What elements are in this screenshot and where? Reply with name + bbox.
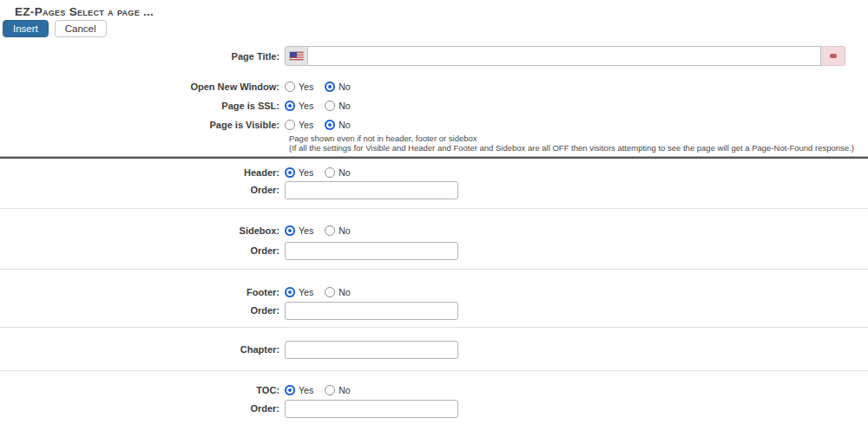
radio-yes-label: Yes: [299, 101, 313, 111]
section-divider: [0, 208, 868, 209]
us-flag-icon: [289, 51, 304, 61]
radio-no-label: No: [339, 82, 350, 92]
cancel-button[interactable]: Cancel: [55, 20, 107, 37]
toc-order-row: Order:: [0, 399, 868, 418]
page-is-ssl-label: Page is SSL:: [0, 101, 285, 111]
page-visible-help-text: Page shown even if not in header, footer…: [289, 134, 854, 153]
page-is-ssl-row: Page is SSL: Yes No: [0, 99, 868, 112]
order-label: Order:: [0, 403, 285, 414]
radio-no[interactable]: [325, 82, 335, 92]
footer-row: Footer: Yes No: [0, 285, 868, 298]
required-marker-icon: [830, 54, 837, 58]
radio-yes-label: Yes: [299, 385, 313, 395]
page-is-ssl-radio-group: Yes No: [285, 101, 362, 111]
action-buttons: Insert Cancel: [3, 20, 107, 37]
section-divider: [0, 370, 868, 371]
radio-yes-label: Yes: [299, 120, 313, 130]
page-is-visible-radio-group: Yes No: [285, 120, 362, 130]
radio-yes[interactable]: [285, 167, 295, 178]
footer-label: Footer:: [0, 287, 285, 297]
open-new-window-label: Open New Window:: [0, 82, 285, 92]
header-order-input[interactable]: [285, 181, 458, 199]
radio-yes-label: Yes: [299, 82, 313, 92]
radio-no[interactable]: [325, 287, 335, 297]
radio-no[interactable]: [325, 225, 335, 236]
radio-no[interactable]: [325, 167, 335, 178]
sidebox-label: Sidebox:: [0, 225, 285, 236]
toc-row: TOC: Yes No: [0, 383, 868, 396]
radio-no[interactable]: [325, 101, 335, 111]
radio-yes[interactable]: [285, 101, 295, 111]
section-divider: [0, 269, 868, 270]
page-title-label: Page Title:: [0, 51, 285, 62]
header-order-row: Order:: [0, 180, 868, 199]
radio-no-label: No: [339, 101, 350, 111]
help-line-2: (If all the settings for Visible and Hea…: [289, 143, 854, 153]
sidebox-order-input[interactable]: [285, 242, 458, 260]
sidebox-radio-group: Yes No: [285, 225, 362, 236]
chapter-input[interactable]: [285, 341, 458, 359]
page-title: EZ-Pages Select a page ...: [15, 5, 154, 18]
order-label: Order:: [0, 245, 285, 256]
radio-yes[interactable]: [285, 225, 295, 236]
radio-no-label: No: [339, 167, 350, 178]
footer-radio-group: Yes No: [285, 287, 362, 297]
page-title-input-group: [285, 46, 845, 66]
toc-label: TOC:: [0, 385, 285, 395]
radio-no-label: No: [339, 385, 350, 395]
chapter-label: Chapter:: [0, 344, 285, 355]
open-new-window-radio-group: Yes No: [285, 82, 362, 92]
order-label: Order:: [0, 305, 285, 316]
header-row: Header: Yes No: [0, 166, 868, 179]
open-new-window-row: Open New Window: Yes No: [0, 80, 868, 93]
toc-radio-group: Yes No: [285, 385, 362, 395]
radio-no[interactable]: [325, 385, 335, 395]
radio-no-label: No: [339, 225, 350, 236]
radio-yes-label: Yes: [299, 225, 313, 236]
radio-yes-label: Yes: [299, 287, 313, 297]
radio-no[interactable]: [325, 120, 335, 130]
help-line-1: Page shown even if not in header, footer…: [289, 134, 854, 143]
ez-pages-form: EZ-Pages Select a page ... Insert Cancel…: [0, 0, 868, 424]
sidebox-order-row: Order:: [0, 241, 868, 260]
toc-order-input[interactable]: [285, 400, 458, 418]
header-label: Header:: [0, 167, 285, 178]
section-divider: [0, 327, 868, 328]
page-is-visible-label: Page is Visible:: [0, 120, 285, 130]
page-is-visible-row: Page is Visible: Yes No: [0, 118, 868, 131]
page-title-row: Page Title:: [0, 46, 868, 66]
sidebox-row: Sidebox: Yes No: [0, 224, 868, 237]
radio-yes[interactable]: [285, 82, 295, 92]
page-title-input[interactable]: [308, 46, 821, 66]
chapter-row: Chapter:: [0, 340, 868, 359]
radio-no-label: No: [339, 120, 350, 130]
section-divider-dark: [0, 155, 868, 159]
radio-yes[interactable]: [285, 385, 295, 395]
footer-order-input[interactable]: [285, 302, 458, 320]
footer-order-row: Order:: [0, 301, 868, 320]
radio-no-label: No: [339, 287, 350, 297]
header-radio-group: Yes No: [285, 167, 362, 178]
order-label: Order:: [0, 185, 285, 195]
radio-yes-label: Yes: [299, 167, 313, 178]
insert-button[interactable]: Insert: [3, 20, 49, 37]
radio-yes[interactable]: [285, 120, 295, 130]
required-marker: [821, 46, 845, 66]
radio-yes[interactable]: [285, 287, 295, 297]
language-flag-cell: [285, 46, 308, 66]
